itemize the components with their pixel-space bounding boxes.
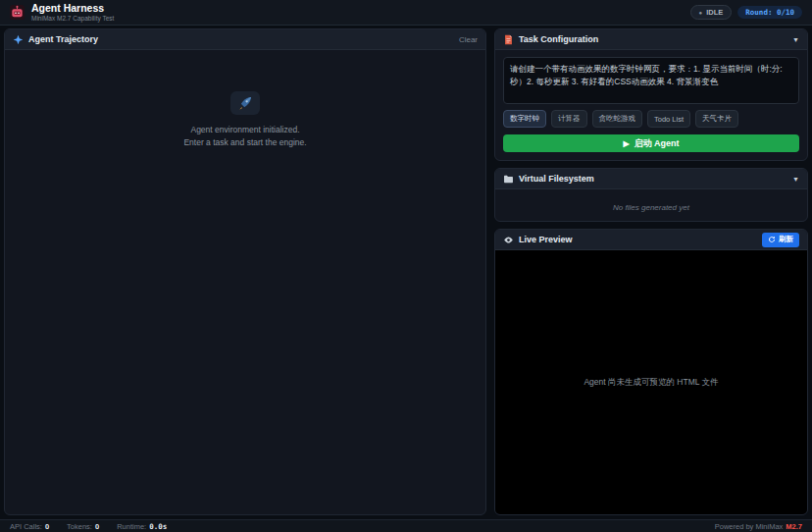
preset-chip-weather-card[interactable]: 天气卡片 — [695, 110, 738, 128]
top-bar-right: ● IDLE Round: 0/10 — [690, 5, 802, 20]
preset-chips: 数字时钟 计算器 贪吃蛇游戏 Todo List 天气卡片 — [503, 110, 799, 128]
rocket-icon — [230, 91, 260, 115]
live-preview-panel: Live Preview 刷新 Agent 尚未生成可预览的 HTML 文件 — [494, 229, 808, 515]
empty-state-line1: Agent environment initialized. — [190, 124, 299, 136]
app-subtitle: MiniMax M2.7 Capability Test — [31, 15, 114, 22]
api-calls-label: API Calls: — [10, 522, 42, 531]
app-titles: Agent Harness MiniMax M2.7 Capability Te… — [31, 3, 114, 23]
live-preview-body: Agent 尚未生成可预览的 HTML 文件 — [495, 250, 807, 514]
virtual-filesystem-header[interactable]: Virtual Filesystem ▼ — [495, 169, 807, 189]
task-configuration-body: 请创建一个带有动画效果的数字时钟网页，要求：1. 显示当前时间（时:分:秒）2.… — [495, 50, 807, 160]
right-column: Task Configuration ▼ 请创建一个带有动画效果的数字时钟网页，… — [494, 28, 808, 515]
preset-chip-calculator[interactable]: 计算器 — [551, 110, 587, 128]
runtime-value: 0.0s — [149, 522, 167, 531]
status-dot-icon: ● — [699, 10, 703, 16]
api-calls-stat: API Calls: 0 — [10, 522, 49, 531]
refresh-icon — [768, 236, 776, 243]
tokens-stat: Tokens: 0 — [67, 522, 99, 531]
status-bar: API Calls: 0 Tokens: 0 Runtime: 0.0s Pow… — [0, 519, 812, 532]
runtime-label: Runtime: — [117, 522, 146, 531]
round-badge: Round: 0/10 — [737, 6, 802, 19]
powered-by-label: Powered by MiniMax — [715, 522, 784, 531]
trajectory-empty-state: Agent environment initialized. Enter a t… — [5, 50, 485, 514]
virtual-filesystem-panel: Virtual Filesystem ▼ No files generated … — [494, 168, 808, 222]
chevron-down-icon[interactable]: ▼ — [792, 36, 799, 43]
start-agent-button[interactable]: ▶ 启动 Agent — [503, 134, 799, 152]
runtime-stat: Runtime: 0.0s — [117, 522, 167, 531]
agent-trajectory-header: Agent Trajectory Clear — [5, 29, 485, 50]
robot-logo-icon — [10, 5, 25, 20]
agent-trajectory-panel: Agent Trajectory Clear Agent environment… — [4, 28, 486, 515]
eye-icon — [503, 235, 514, 245]
virtual-filesystem-body: No files generated yet — [495, 189, 807, 221]
preset-chip-snake-game[interactable]: 贪吃蛇游戏 — [592, 110, 643, 128]
task-configuration-title: Task Configuration — [519, 34, 598, 44]
virtual-filesystem-title: Virtual Filesystem — [519, 174, 594, 184]
play-icon: ▶ — [623, 139, 629, 148]
powered-by-model: M2.7 — [786, 522, 802, 531]
tokens-label: Tokens: — [67, 522, 92, 531]
preset-chip-digital-clock[interactable]: 数字时钟 — [503, 110, 546, 128]
clear-button[interactable]: Clear — [459, 35, 478, 44]
live-preview-title: Live Preview — [519, 235, 573, 244]
top-bar: Agent Harness MiniMax M2.7 Capability Te… — [0, 0, 812, 26]
task-configuration-panel: Task Configuration ▼ 请创建一个带有动画效果的数字时钟网页，… — [494, 28, 808, 161]
chevron-down-icon[interactable]: ▼ — [792, 176, 799, 183]
main-content: Agent Trajectory Clear Agent environment… — [0, 26, 812, 519]
task-configuration-header[interactable]: Task Configuration ▼ — [495, 29, 807, 50]
status-badge: ● IDLE — [690, 5, 733, 20]
preview-empty-text: Agent 尚未生成可预览的 HTML 文件 — [584, 377, 718, 389]
empty-state-line2: Enter a task and start the engine. — [183, 136, 306, 149]
folder-icon — [503, 174, 514, 185]
agent-harness-app: Agent Harness MiniMax M2.7 Capability Te… — [0, 0, 812, 532]
filesystem-empty-text: No files generated yet — [613, 203, 689, 212]
api-calls-value: 0 — [45, 522, 49, 531]
preset-chip-todo-list[interactable]: Todo List — [647, 110, 690, 128]
agent-trajectory-title: Agent Trajectory — [28, 34, 98, 44]
start-agent-label: 启动 Agent — [634, 137, 680, 150]
task-prompt-input[interactable]: 请创建一个带有动画效果的数字时钟网页，要求：1. 显示当前时间（时:分:秒）2.… — [503, 57, 799, 104]
tokens-value: 0 — [95, 522, 99, 531]
status-badge-label: IDLE — [706, 8, 723, 17]
refresh-button[interactable]: 刷新 — [762, 233, 799, 247]
live-preview-header: Live Preview 刷新 — [495, 230, 807, 250]
sparkle-icon — [13, 34, 24, 45]
powered-by: Powered by MiniMax M2.7 — [715, 522, 802, 531]
refresh-label: 刷新 — [779, 235, 793, 244]
app-title: Agent Harness — [31, 3, 114, 15]
document-icon — [503, 34, 514, 45]
